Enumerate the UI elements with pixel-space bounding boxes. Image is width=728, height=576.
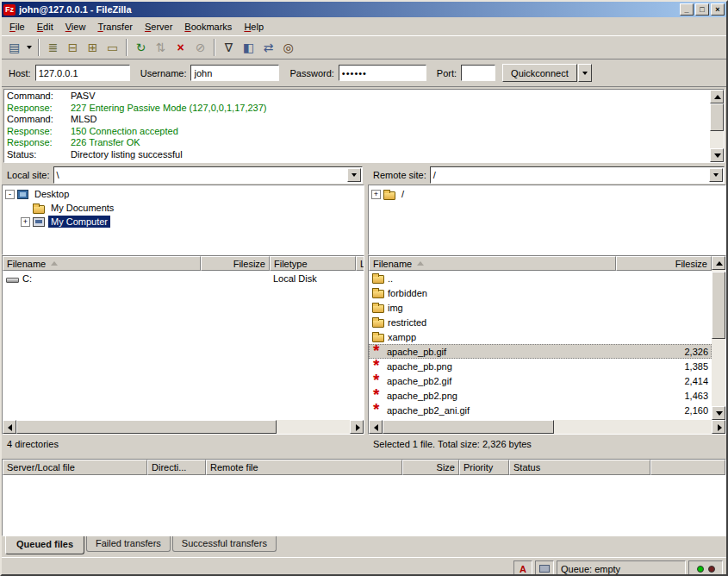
expand-icon[interactable]: + xyxy=(371,190,381,199)
file-row[interactable]: img xyxy=(369,300,712,315)
compare-button[interactable]: ◧ xyxy=(239,38,258,57)
scrollbar-thumb[interactable] xyxy=(710,103,724,131)
file-name: img xyxy=(388,303,403,313)
column-header-server-local-file[interactable]: Server/Local file xyxy=(3,460,147,475)
scrollbar-track[interactable] xyxy=(16,420,350,434)
file-row-selected[interactable]: apache_pb.gif 2,326 xyxy=(369,344,712,359)
column-header-direction[interactable]: Directi... xyxy=(147,460,206,475)
password-input[interactable] xyxy=(339,65,426,81)
scroll-down-icon[interactable] xyxy=(710,148,724,162)
menu-transfer[interactable]: Transfer xyxy=(91,19,139,34)
site-manager-dropdown[interactable] xyxy=(24,38,34,57)
scroll-up-icon[interactable] xyxy=(712,256,725,270)
scrollbar-thumb[interactable] xyxy=(383,420,554,434)
host-input[interactable] xyxy=(35,65,130,81)
local-site-combo[interactable]: \ xyxy=(53,166,363,184)
username-input[interactable] xyxy=(190,65,279,81)
toggle-remote-tree-button[interactable]: ⊞ xyxy=(83,38,103,57)
file-row[interactable]: restricted xyxy=(369,315,712,329)
scroll-left-icon[interactable] xyxy=(369,420,383,434)
column-header-filename[interactable]: Filename xyxy=(3,256,201,271)
collapse-icon[interactable]: - xyxy=(5,190,15,199)
file-row[interactable]: apache_pb2.png 1,463 xyxy=(369,388,712,403)
scroll-up-icon[interactable] xyxy=(710,90,724,103)
title-bar[interactable]: Fz john@127.0.0.1 - FileZilla _ □ × xyxy=(2,2,726,17)
queue-body[interactable] xyxy=(3,475,725,535)
scrollbar-track[interactable] xyxy=(383,420,712,434)
column-label: Filesize xyxy=(675,259,707,269)
tree-item-my-computer[interactable]: + My Computer xyxy=(3,215,363,229)
file-name: apache_pb.png xyxy=(387,361,452,372)
file-row[interactable]: apache_pb2_ani.gif 2,160 xyxy=(369,403,712,417)
combo-dropdown-button[interactable] xyxy=(709,168,723,182)
tab-successful-transfers[interactable]: Successful transfers xyxy=(172,536,277,552)
tree-item-my-documents[interactable]: My Documents xyxy=(3,201,363,215)
menu-bookmarks[interactable]: Bookmarks xyxy=(178,19,238,34)
menu-help[interactable]: Help xyxy=(238,19,270,34)
raw-listing-indicator[interactable] xyxy=(535,560,554,576)
local-horizontal-scrollbar[interactable] xyxy=(3,420,364,434)
transfer-queue-icon: ▭ xyxy=(107,41,118,53)
column-header-filename[interactable]: Filename xyxy=(369,256,616,271)
scrollbar-thumb[interactable] xyxy=(712,272,725,339)
scroll-down-icon[interactable] xyxy=(712,406,725,420)
tree-item-desktop[interactable]: - Desktop xyxy=(3,187,363,201)
scroll-right-icon[interactable] xyxy=(350,420,364,434)
close-button[interactable]: × xyxy=(711,3,725,16)
scrollbar-track[interactable] xyxy=(710,103,724,148)
column-header-filesize[interactable]: Filesize xyxy=(616,256,712,271)
filter-button[interactable]: ∇ xyxy=(219,38,239,57)
log-line: Command:PASV xyxy=(7,91,707,103)
column-header-filesize[interactable]: Filesize xyxy=(201,256,270,271)
local-site-label: Local site: xyxy=(7,170,50,180)
quickconnect-dropdown[interactable] xyxy=(578,64,592,82)
column-header-status[interactable]: Status xyxy=(509,460,650,475)
sync-browsing-button[interactable]: ⇄ xyxy=(258,38,278,57)
column-header-size[interactable]: Size xyxy=(402,460,459,475)
file-size: 2,326 xyxy=(616,344,712,359)
file-row[interactable]: xampp xyxy=(369,329,712,344)
remote-site-combo[interactable]: / xyxy=(430,166,725,184)
menu-file[interactable]: File xyxy=(3,19,31,34)
expand-icon[interactable]: + xyxy=(21,217,30,227)
toggle-queue-button[interactable]: ▭ xyxy=(103,38,122,57)
column-header-filetype[interactable]: Filetype xyxy=(270,256,356,271)
find-button[interactable]: ◎ xyxy=(278,38,298,57)
tree-item-root[interactable]: + / xyxy=(370,187,725,201)
menu-view[interactable]: View xyxy=(59,19,92,34)
port-input[interactable] xyxy=(461,65,495,81)
file-row[interactable]: apache_pb.png 1,385 xyxy=(369,359,712,373)
minimize-button[interactable]: _ xyxy=(680,3,694,16)
file-row[interactable]: .. xyxy=(369,271,712,285)
log-line-text: MLSD xyxy=(71,114,97,126)
disconnect-button[interactable]: ⊘ xyxy=(190,38,210,57)
site-manager-button[interactable]: ▤ xyxy=(4,38,24,57)
scroll-left-icon[interactable] xyxy=(3,420,16,434)
column-header-remote-file[interactable]: Remote file xyxy=(206,460,402,475)
file-row[interactable]: apache_pb2.gif 2,414 xyxy=(369,373,712,388)
combo-dropdown-button[interactable] xyxy=(347,168,361,182)
remote-horizontal-scrollbar[interactable] xyxy=(369,420,725,434)
scrollbar-thumb[interactable] xyxy=(16,420,277,434)
file-row[interactable]: C: Local Disk xyxy=(3,271,364,285)
tab-queued-files[interactable]: Queued files xyxy=(5,536,84,554)
maximize-button[interactable]: □ xyxy=(695,3,709,16)
data-type-indicator[interactable]: A xyxy=(513,560,532,576)
scroll-right-icon[interactable] xyxy=(712,420,725,434)
cancel-button[interactable]: × xyxy=(171,38,190,57)
refresh-button[interactable]: ↻ xyxy=(131,38,151,57)
file-row[interactable]: forbidden xyxy=(369,285,712,300)
remote-vertical-scrollbar[interactable] xyxy=(712,256,725,420)
menu-server[interactable]: Server xyxy=(139,19,178,34)
menu-edit[interactable]: Edit xyxy=(31,19,59,34)
toggle-local-tree-button[interactable]: ⊟ xyxy=(63,38,83,57)
tab-failed-transfers[interactable]: Failed transfers xyxy=(86,536,171,552)
scrollbar-track[interactable] xyxy=(712,270,725,406)
remote-tree-icon: ⊞ xyxy=(88,41,98,53)
log-scrollbar[interactable] xyxy=(710,90,724,162)
column-header-last-modified[interactable]: L xyxy=(356,256,364,271)
quickconnect-button[interactable]: Quickconnect xyxy=(502,64,577,82)
process-queue-button[interactable]: ⇅ xyxy=(151,38,171,57)
column-header-priority[interactable]: Priority xyxy=(459,460,509,475)
toggle-message-log-button[interactable]: ≣ xyxy=(43,38,63,57)
